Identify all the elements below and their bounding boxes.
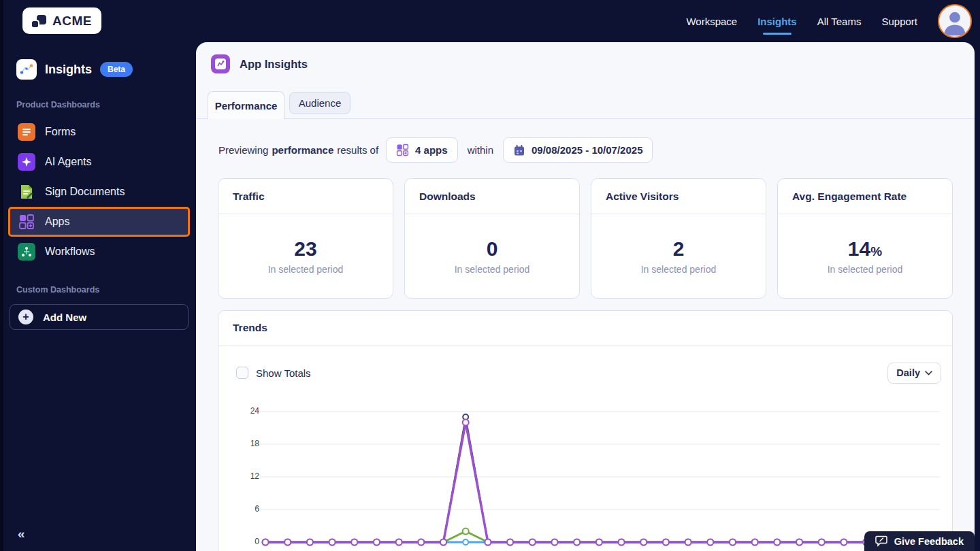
y-tick-label: 18 [228,439,259,448]
sign-documents-icon [18,183,35,201]
sidebar-item-label: Workflows [45,246,95,258]
stat-title: Avg. Engagement Rate [778,179,952,214]
sidebar-item-label: AI Agents [45,156,92,168]
trend-purple-marker [329,539,336,546]
trend-purple-marker [819,539,825,546]
feedback-bubble-icon [875,535,888,547]
main-content-panel: App Insights Performance Audience Previe… [196,42,975,551]
trends-title: Trends [218,311,952,346]
trend-purple-marker [485,539,491,546]
tab-performance[interactable]: Performance [208,91,284,119]
section-label-product-dashboards: Product Dashboards [16,100,100,110]
stat-value: 14% [848,239,882,259]
acme-logo-icon [32,14,48,29]
forms-icon [18,123,35,141]
stat-title: Traffic [218,179,393,214]
trend-purple-marker [574,539,580,546]
sidebar-app-header: Insights Beta [16,59,133,80]
acme-logo-text: ACME [52,14,92,29]
apps-selector-button[interactable]: 4 apps [386,137,458,163]
apps-grid-icon [396,144,409,156]
stat-value: 23 [294,239,316,259]
beta-badge: Beta [100,62,133,77]
y-tick-label: 12 [228,471,259,481]
trend-purple-marker [796,539,802,546]
plus-icon: + [18,310,33,324]
window-edge [0,0,3,551]
section-label-custom-dashboards: Custom Dashboards [16,285,99,295]
chevron-down-icon [925,371,932,375]
trend-purple-marker [396,539,402,546]
sidebar: ACME Insights Beta Product Dashboards F [0,0,196,551]
y-tick-label: 0 [228,537,259,546]
show-totals-checkbox[interactable] [236,367,248,379]
sidebar-item-apps[interactable]: Apps [8,207,190,237]
trends-line-chart[interactable] [265,412,940,542]
granularity-label: Daily [896,367,920,378]
sidebar-app-title: Insights [45,63,92,77]
app-insights-icon [211,54,230,73]
stat-caption: In selected period [828,264,903,275]
user-avatar[interactable] [938,4,972,38]
within-label: within [468,144,493,156]
stat-card-traffic: Traffic 23 In selected period [218,178,393,299]
apps-selector-label: 4 apps [415,144,448,156]
trend-purple-marker [730,539,736,546]
give-feedback-label: Give Feedback [894,536,964,547]
stats-row: Traffic 23 In selected period Downloads … [218,178,953,299]
sidebar-menu: Forms AI Agents Sign Documents [8,117,190,267]
nav-item-support[interactable]: Support [881,16,917,27]
trend-green-line [265,531,911,542]
trend-blue-marker [463,539,468,545]
tab-divider [196,118,975,119]
sidebar-item-workflows[interactable]: Workflows [8,237,190,267]
ai-agents-icon [18,153,35,171]
trend-purple-marker [596,539,602,546]
stat-value: 0 [487,239,498,259]
stat-caption: In selected period [641,264,717,275]
insights-chart-icon [16,59,37,80]
trends-card: Trends Show Totals Daily 06121824 [218,310,953,551]
trend-purple-marker [840,539,847,546]
add-new-button[interactable]: + Add New [10,304,189,330]
page-title: App Insights [240,58,308,71]
sidebar-item-label: Forms [45,126,76,138]
trend-purple-marker [263,539,269,546]
show-totals-control: Show Totals [236,367,311,379]
preview-suffix: results of [337,144,378,156]
trend-purple-marker [440,539,446,546]
stat-card-active-visitors: Active Visitors 2 In selected period [591,178,766,299]
stat-value: 2 [673,239,685,259]
stat-caption: In selected period [455,264,530,275]
stat-card-downloads: Downloads 0 In selected period [404,178,580,299]
workflows-icon [18,243,35,261]
y-axis-labels: 06121824 [228,412,259,542]
nav-item-workspace[interactable]: Workspace [686,16,737,27]
sidebar-collapse-button[interactable]: « [18,527,25,541]
top-nav-links: Workspace Insights All Teams Support [686,0,980,42]
apps-icon [18,213,35,231]
trend-purple-line [265,422,911,542]
sidebar-item-sign-documents[interactable]: Sign Documents [8,177,190,207]
trend-purple-marker [374,539,380,546]
trend-purple-marker [351,539,357,546]
trend-purple-marker [752,539,758,546]
trend-purple-marker [551,539,557,546]
trend-purple-marker [307,539,313,546]
nav-item-insights[interactable]: Insights [757,16,797,27]
trend-purple-marker [685,539,691,546]
nav-item-all-teams[interactable]: All Teams [817,16,862,27]
acme-logo[interactable]: ACME [22,7,101,34]
granularity-dropdown[interactable]: Daily [887,363,941,384]
sidebar-item-forms[interactable]: Forms [8,117,190,147]
tab-audience[interactable]: Audience [289,92,350,114]
preview-emphasis: performance [272,144,333,156]
stat-caption: In selected period [268,264,344,275]
trend-purple-marker [284,539,291,546]
trend-navy-line [265,417,911,542]
sidebar-item-ai-agents[interactable]: AI Agents [8,147,190,177]
date-range-button[interactable]: 09/08/2025 - 10/07/2025 [503,137,653,163]
give-feedback-button[interactable]: Give Feedback [864,531,975,551]
trend-purple-marker [663,539,669,546]
trend-purple-marker [619,539,625,546]
